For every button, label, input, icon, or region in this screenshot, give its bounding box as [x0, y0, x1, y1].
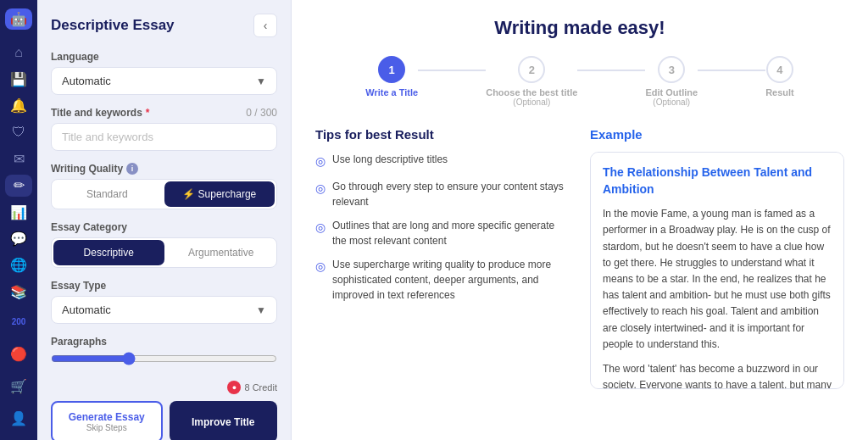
- example-column: Example The Relationship Between Talent …: [590, 127, 844, 389]
- example-box-title: The Relationship Between Talent and Ambi…: [603, 164, 832, 198]
- tip-item-1: ◎ Use long descriptive titles: [315, 152, 570, 170]
- left-panel: Descriptive Essay ‹ Language Automatic E…: [37, 0, 292, 440]
- info-icon[interactable]: i: [126, 163, 138, 175]
- book-icon[interactable]: 📚: [5, 281, 32, 303]
- step-3-circle[interactable]: 3: [658, 56, 685, 83]
- step-2-sublabel: (Optional): [513, 97, 550, 107]
- language-select-wrapper[interactable]: Automatic English Spanish ▼: [51, 67, 277, 95]
- example-paragraph-2: The word 'talent' has become a buzzword …: [603, 361, 832, 389]
- language-arrow-icon: ▼: [256, 75, 266, 87]
- chart-icon[interactable]: 📊: [5, 202, 32, 223]
- supercharge-quality-button[interactable]: ⚡ Supercharge: [164, 181, 275, 207]
- home-icon[interactable]: ⌂: [5, 42, 32, 63]
- main-content: Writing made easy! 1 Write a Title 2 Cho…: [292, 0, 868, 440]
- char-counter: 0 / 300: [246, 107, 277, 119]
- title-keywords-group: Title and keywords * 0 / 300: [51, 107, 277, 151]
- step-4: 4 Result: [765, 56, 794, 97]
- edit-icon[interactable]: ✏: [5, 175, 32, 196]
- paragraphs-slider[interactable]: [51, 352, 277, 365]
- tip-item-2: ◎ Go through every step to ensure your c…: [315, 179, 570, 209]
- argumentative-category-button[interactable]: Argumentative: [166, 238, 277, 267]
- language-label: Language: [51, 51, 277, 63]
- step-1: 1 Write a Title: [365, 56, 418, 97]
- steps-row: 1 Write a Title 2 Choose the best title …: [315, 56, 844, 107]
- sidebar: 🤖 ⌂ 💾 🔔 🛡 ✉ ✏ 📊 💬 🌐 📚 200 🔴 🛒 👤: [0, 0, 37, 440]
- tip-check-icon-1: ◎: [315, 153, 326, 170]
- credit-icon: ●: [227, 381, 241, 394]
- step-connector-1: [418, 70, 486, 71]
- inbox-icon[interactable]: ✉: [5, 148, 32, 170]
- essay-type-select-wrapper[interactable]: Automatic 5-Paragraph Academic ▼: [51, 296, 277, 324]
- example-title: Example: [590, 127, 844, 142]
- step-3: 3 Edit Outline (Optional): [645, 56, 698, 107]
- two-column-section: Tips for best Result ◎ Use long descript…: [315, 127, 844, 389]
- required-marker: *: [146, 107, 150, 119]
- example-box[interactable]: The Relationship Between Talent and Ambi…: [590, 152, 844, 389]
- step-connector-3: [698, 70, 765, 71]
- credit-row: ● 8 Credit: [51, 381, 277, 394]
- tip-item-4: ◎ Use supercharge writing quality to pro…: [315, 257, 570, 303]
- cart-icon[interactable]: 🛒: [5, 372, 32, 399]
- paragraphs-label: Paragraphs: [51, 336, 277, 348]
- title-keywords-input[interactable]: [51, 123, 277, 151]
- step-1-circle[interactable]: 1: [378, 56, 405, 83]
- sidebar-logo[interactable]: 🤖: [5, 8, 32, 30]
- tip-check-icon-3: ◎: [315, 219, 326, 237]
- main-title: Writing made easy!: [315, 17, 844, 39]
- step-4-label: Result: [765, 87, 794, 97]
- writing-quality-label: Writing Quality i: [51, 163, 277, 175]
- essay-type-label: Essay Type: [51, 280, 277, 292]
- user-icon[interactable]: 👤: [5, 404, 32, 432]
- step-3-sublabel: (Optional): [653, 97, 690, 107]
- language-select[interactable]: Automatic English Spanish: [62, 75, 256, 87]
- tip-check-icon-2: ◎: [315, 180, 326, 198]
- step-2-label: Choose the best title: [486, 87, 577, 97]
- credit-amount: 8 Credit: [244, 382, 277, 393]
- standard-quality-button[interactable]: Standard: [52, 180, 163, 209]
- shield-icon[interactable]: 🛡: [5, 121, 32, 142]
- essay-category-toggle: Descriptive Argumentative: [51, 237, 277, 268]
- essay-category-label: Essay Category: [51, 221, 277, 233]
- step-2-circle[interactable]: 2: [518, 56, 545, 83]
- panel-title: Descriptive Essay: [51, 17, 175, 34]
- descriptive-category-button[interactable]: Descriptive: [53, 240, 164, 265]
- step-2: 2 Choose the best title (Optional): [486, 56, 577, 107]
- bell-icon[interactable]: 🔔: [5, 95, 32, 116]
- tip-check-icon-4: ◎: [315, 258, 326, 276]
- save-icon[interactable]: 💾: [5, 69, 32, 90]
- badge-200[interactable]: 200: [5, 308, 32, 335]
- example-paragraph-1: In the movie Fame, a young man is famed …: [603, 206, 832, 353]
- panel-header: Descriptive Essay ‹: [51, 14, 277, 37]
- chat-icon[interactable]: 💬: [5, 228, 32, 249]
- tips-column: Tips for best Result ◎ Use long descript…: [315, 127, 570, 389]
- collapse-button[interactable]: ‹: [253, 14, 277, 37]
- essay-type-select[interactable]: Automatic 5-Paragraph Academic: [62, 304, 256, 316]
- essay-type-arrow-icon: ▼: [256, 304, 266, 316]
- tips-title: Tips for best Result: [315, 127, 570, 142]
- badge-red[interactable]: 🔴: [5, 340, 32, 367]
- essay-category-group: Essay Category Descriptive Argumentative: [51, 221, 277, 268]
- generate-essay-button[interactable]: Generate Essay Skip Steps: [51, 401, 163, 440]
- step-3-label: Edit Outline: [645, 87, 698, 97]
- translate-icon[interactable]: 🌐: [5, 254, 32, 276]
- action-buttons: Generate Essay Skip Steps Improve Title: [51, 401, 277, 440]
- essay-type-group: Essay Type Automatic 5-Paragraph Academi…: [51, 280, 277, 324]
- tip-item-3: ◎ Outlines that are long and more specif…: [315, 218, 570, 248]
- improve-title-button[interactable]: Improve Title: [170, 401, 278, 440]
- writing-quality-toggle: Standard ⚡ Supercharge: [51, 179, 277, 209]
- paragraphs-group: Paragraphs: [51, 336, 277, 369]
- language-group: Language Automatic English Spanish ▼: [51, 51, 277, 95]
- writing-quality-group: Writing Quality i Standard ⚡ Supercharge: [51, 163, 277, 209]
- step-4-circle[interactable]: 4: [766, 56, 793, 83]
- title-keywords-label: Title and keywords * 0 / 300: [51, 107, 277, 119]
- step-connector-2: [577, 70, 645, 71]
- step-1-label: Write a Title: [365, 87, 418, 97]
